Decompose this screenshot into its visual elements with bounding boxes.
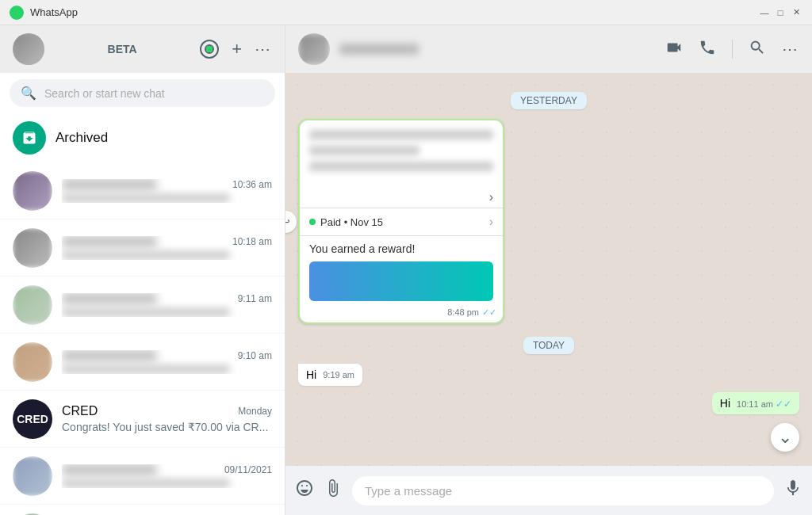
- chat-header-actions: ⋯: [665, 39, 799, 60]
- search-input[interactable]: [44, 87, 264, 100]
- list-item[interactable]: 09/11/2021: [0, 448, 285, 505]
- avatar: [13, 228, 52, 268]
- card-blur-area: [300, 120, 503, 187]
- avatar: CRED: [13, 399, 52, 439]
- paid-arrow-icon: ›: [489, 215, 493, 229]
- list-item[interactable]: 10:36 am: [0, 162, 285, 219]
- chat-contact-name: [339, 44, 419, 55]
- card-wrap: ↩ › Paid: [298, 119, 504, 324]
- scroll-to-bottom-button[interactable]: ⌄: [771, 423, 799, 452]
- avatar: [13, 285, 52, 325]
- search-bar: 🔍: [0, 73, 285, 113]
- video-call-button[interactable]: [665, 39, 683, 60]
- chevron-down-icon: ⌄: [778, 429, 792, 446]
- search-icon: 🔍: [21, 86, 36, 101]
- chat-preview: [62, 479, 230, 488]
- chat-name: [62, 464, 157, 475]
- main-layout: BETA + ⋯ 🔍: [0, 25, 812, 515]
- maximize-button[interactable]: □: [774, 6, 787, 19]
- chat-time: 09/11/2021: [224, 464, 272, 475]
- paid-status: Paid • Nov 15: [309, 216, 383, 228]
- list-item[interactable]: caterers 06/11/2021: [0, 505, 285, 515]
- right-panel: ⋯ YESTERDAY ↩: [285, 25, 812, 515]
- message-text: Hi: [720, 397, 730, 410]
- archive-icon: [13, 121, 46, 154]
- avatar: [13, 342, 52, 382]
- chat-header-left: [298, 33, 419, 65]
- attach-button[interactable]: [324, 479, 343, 502]
- chat-name: [62, 350, 157, 361]
- archived-label: Archived: [56, 130, 108, 146]
- chat-content: 9:11 am: [62, 293, 272, 317]
- date-badge-yesterday: YESTERDAY: [298, 92, 799, 109]
- reward-image: [309, 261, 493, 301]
- chat-time: 10:18 am: [232, 236, 272, 247]
- chat-background: YESTERDAY ↩ ›: [285, 73, 812, 466]
- chat-name: [62, 179, 157, 190]
- new-chat-button[interactable]: +: [232, 39, 242, 59]
- chat-preview: [62, 250, 230, 260]
- beta-label: BETA: [108, 43, 137, 55]
- mic-button[interactable]: [783, 479, 802, 502]
- chat-contact-avatar[interactable]: [298, 33, 330, 65]
- bubble-received: Hi 9:19 am: [298, 364, 362, 386]
- left-header-actions: + ⋯: [200, 39, 272, 59]
- search-input-wrap: 🔍: [10, 79, 275, 107]
- card-blur-line-1: [309, 130, 493, 139]
- avatar: [13, 171, 52, 211]
- chat-name: [62, 293, 157, 304]
- more-options-button[interactable]: ⋯: [255, 40, 272, 59]
- chat-header: ⋯: [285, 25, 812, 73]
- user-avatar[interactable]: [13, 33, 44, 65]
- paid-label: Paid • Nov 15: [320, 216, 383, 228]
- chat-search-button[interactable]: [749, 39, 766, 60]
- payment-card-bubble: › Paid • Nov 15 › You earned a reward!: [298, 119, 504, 324]
- chat-content: CRED Monday Congrats! You just saved ₹70…: [62, 404, 272, 434]
- status-button[interactable]: [200, 40, 219, 59]
- list-item[interactable]: 9:11 am: [0, 277, 285, 334]
- whatsapp-logo-icon: [10, 6, 24, 20]
- message-received: Hi 9:19 am: [298, 364, 799, 386]
- avatar: [13, 456, 52, 496]
- chat-time: 9:11 am: [238, 293, 272, 304]
- list-item[interactable]: 9:10 am: [0, 334, 285, 391]
- left-panel: BETA + ⋯ 🔍: [0, 25, 285, 515]
- chat-header-info: [339, 44, 419, 55]
- forward-button[interactable]: ↩: [285, 211, 297, 233]
- messages-area: YESTERDAY ↩ ›: [298, 86, 799, 418]
- card-reward-text: You earned a reward!: [300, 236, 503, 258]
- date-label: YESTERDAY: [511, 92, 587, 109]
- card-blur-line-3: [309, 162, 493, 171]
- minimize-button[interactable]: —: [758, 6, 771, 19]
- card-ticks: ✓✓: [482, 307, 496, 318]
- app-name: WhatsApp: [30, 6, 78, 18]
- emoji-button[interactable]: [295, 479, 314, 502]
- date-label-today: TODAY: [523, 337, 574, 354]
- message-time: 10:11 am ✓✓: [737, 399, 791, 410]
- chat-time: 9:10 am: [238, 350, 272, 361]
- chat-preview: [62, 307, 230, 317]
- chat-time: 10:36 am: [232, 179, 272, 190]
- chat-name: CRED: [62, 404, 98, 418]
- message-text: Hi: [306, 368, 316, 381]
- header-divider: [732, 40, 733, 59]
- archived-row[interactable]: Archived: [0, 113, 285, 162]
- chat-list: 10:36 am 10:18 am: [0, 162, 285, 515]
- message-time: 9:19 am: [323, 370, 354, 380]
- list-item[interactable]: 10:18 am: [0, 219, 285, 277]
- card-expand-button[interactable]: ›: [300, 187, 503, 208]
- cred-avatar: CRED: [13, 399, 52, 439]
- message-input[interactable]: [352, 476, 774, 505]
- chat-time: Monday: [238, 406, 272, 417]
- message-card: ↩ › Paid: [298, 119, 799, 324]
- close-button[interactable]: ✕: [790, 6, 802, 19]
- paid-dot-icon: [309, 219, 316, 225]
- list-item[interactable]: CRED CRED Monday Congrats! You just save…: [0, 391, 285, 448]
- chat-more-button[interactable]: ⋯: [782, 40, 799, 59]
- card-time: 8:48 pm: [447, 307, 479, 318]
- chat-content: 9:10 am: [62, 350, 272, 374]
- read-ticks: ✓✓: [776, 399, 791, 410]
- card-paid-row: Paid • Nov 15 ›: [300, 208, 503, 235]
- bubble-sent: Hi 10:11 am ✓✓: [712, 392, 799, 414]
- voice-call-button[interactable]: [699, 39, 716, 60]
